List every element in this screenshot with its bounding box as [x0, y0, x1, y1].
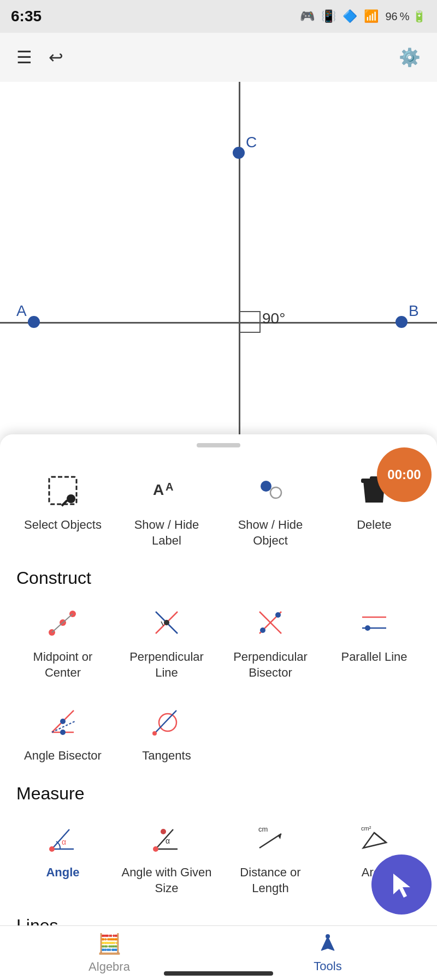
basic-tools-grid: Select Objects A A Show / Hide Label Sho… [0, 461, 437, 559]
svg-point-34 [49, 846, 55, 852]
svg-point-45 [326, 934, 330, 939]
algebra-nav-icon: 🧮 [97, 933, 122, 955]
menu-button[interactable]: ☰ [16, 47, 32, 68]
select-objects-icon [44, 471, 82, 510]
angle-given-size-label: Angle with Given Size [120, 865, 213, 896]
tool-angle-given-size[interactable]: α Angle with Given Size [115, 808, 218, 907]
angle-value: 90° [262, 310, 285, 327]
svg-line-33 [52, 829, 69, 849]
tool-tangents[interactable]: Tangents [115, 691, 218, 775]
perpendicular-bisector-icon [251, 603, 290, 642]
undo-button[interactable]: ↩ [49, 47, 63, 68]
svg-line-11 [52, 623, 63, 632]
tool-angle[interactable]: α Angle [11, 808, 115, 907]
angle-indicator [239, 311, 261, 333]
tools-nav-icon [317, 933, 339, 955]
svg-text:cm²: cm² [361, 825, 371, 832]
point-c[interactable] [233, 147, 245, 159]
measure-tools-grid: α Angle α Angle with Given Size [0, 808, 437, 907]
svg-point-15 [164, 620, 169, 625]
show-hide-label-icon: A A [147, 471, 186, 510]
svg-point-28 [60, 719, 66, 724]
svg-point-1 [67, 494, 75, 503]
angle-given-size-icon: α [147, 819, 186, 857]
construct-tools-grid: Midpoint or Center Perpendicular Line [0, 593, 437, 775]
bottom-panel: Select Objects A A Show / Hide Label Sho… [0, 434, 437, 980]
measure-section-title: Measure [0, 775, 437, 808]
app-notification-icon: 🎮 [300, 9, 315, 23]
svg-text:α: α [62, 838, 66, 846]
tool-distance-length[interactable]: cm Distance or Length [218, 808, 322, 907]
svg-text:A: A [166, 481, 173, 493]
vibrate-icon: 📳 [321, 9, 336, 23]
perpendicular-bisector-label: Perpendicular Bisector [224, 649, 317, 680]
perpendicular-line-icon [147, 603, 186, 642]
angle-bisector-icon [44, 702, 82, 740]
bluetooth-icon: 🔷 [342, 9, 357, 23]
toolbar-left: ☰ ↩ [16, 47, 63, 68]
tool-angle-bisector[interactable]: Angle Bisector [11, 691, 115, 775]
delete-label: Delete [357, 517, 392, 533]
svg-text:α: α [166, 836, 170, 845]
show-hide-label-label: Show / Hide Label [120, 517, 213, 548]
tool-select-objects[interactable]: Select Objects [11, 461, 115, 559]
svg-point-5 [270, 487, 281, 498]
parallel-line-label: Parallel Line [341, 649, 407, 665]
tool-perpendicular-bisector[interactable]: Perpendicular Bisector [218, 593, 322, 691]
label-a: A [16, 302, 27, 320]
svg-point-29 [159, 714, 176, 731]
status-time: 6:35 [11, 8, 42, 25]
svg-text:A: A [153, 481, 164, 498]
svg-point-31 [152, 731, 157, 736]
battery-percent: 96 [385, 10, 397, 23]
distance-length-icon: cm [251, 819, 290, 857]
point-a[interactable] [28, 316, 40, 328]
timer-button[interactable]: 00:00 [377, 447, 432, 502]
signal-icon: 📶 [364, 9, 379, 23]
construct-section-title: Construct [0, 559, 437, 593]
label-c: C [246, 134, 257, 151]
tangents-icon [147, 702, 186, 740]
svg-point-38 [153, 846, 158, 852]
horizontal-line [0, 322, 437, 324]
cursor-icon [385, 868, 418, 901]
settings-button[interactable]: ⚙️ [399, 47, 421, 68]
battery-icon: 96% 🔋 [385, 10, 426, 23]
status-icons: 🎮 📳 🔷 📶 96% 🔋 [300, 9, 426, 23]
tool-perpendicular-line[interactable]: Perpendicular Line [115, 593, 218, 691]
svg-point-27 [60, 730, 66, 735]
midpoint-center-label: Midpoint or Center [16, 649, 109, 680]
svg-line-12 [63, 614, 73, 623]
angle-icon: α [44, 819, 82, 857]
midpoint-center-icon [44, 603, 82, 642]
svg-line-42 [259, 834, 281, 848]
cursor-button[interactable] [371, 854, 432, 915]
svg-point-23 [365, 625, 370, 631]
svg-text:cm: cm [258, 825, 268, 833]
home-indicator [164, 971, 273, 976]
svg-point-20 [275, 612, 281, 618]
tool-show-hide-object[interactable]: Show / Hide Object [218, 461, 322, 559]
angle-bisector-label: Angle Bisector [24, 748, 102, 764]
show-hide-object-label: Show / Hide Object [224, 517, 317, 548]
svg-point-39 [161, 829, 166, 834]
tool-show-hide-label[interactable]: A A Show / Hide Label [115, 461, 218, 559]
tools-nav-label: Tools [314, 959, 341, 973]
tool-midpoint-center[interactable]: Midpoint or Center [11, 593, 115, 691]
parallel-line-icon [355, 603, 393, 642]
status-bar: 6:35 🎮 📳 🔷 📶 96% 🔋 [0, 0, 437, 33]
point-b[interactable] [395, 316, 408, 328]
tool-parallel-line[interactable]: Parallel Line [322, 593, 426, 691]
perpendicular-line-label: Perpendicular Line [120, 649, 213, 680]
svg-point-19 [260, 628, 265, 633]
show-hide-object-icon [251, 471, 290, 510]
algebra-nav-label: Algebra [88, 960, 130, 974]
panel-handle[interactable] [197, 443, 240, 447]
area-icon: cm² [355, 819, 393, 857]
svg-line-16 [161, 622, 163, 626]
distance-length-label: Distance or Length [224, 865, 317, 896]
svg-point-4 [261, 481, 271, 492]
toolbar: ☰ ↩ ⚙️ [0, 33, 437, 82]
timer-label: 00:00 [387, 467, 421, 482]
select-objects-label: Select Objects [24, 517, 102, 533]
